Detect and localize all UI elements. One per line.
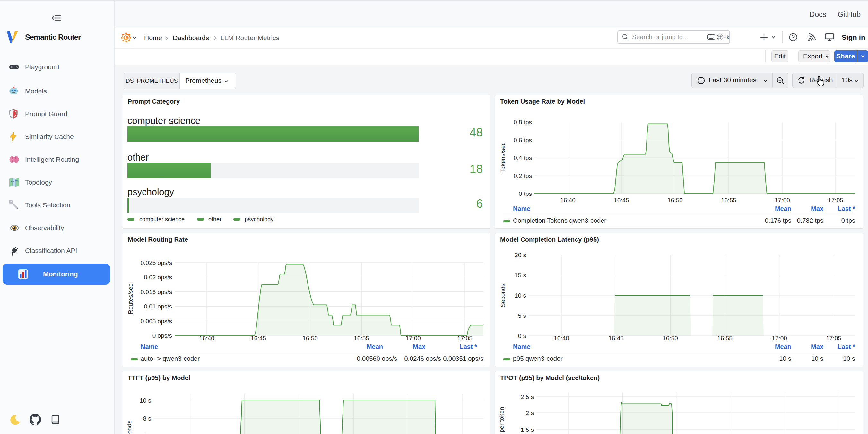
svg-text:0.025 ops/s: 0.025 ops/s xyxy=(141,259,172,266)
svg-text:0.01 ops/s: 0.01 ops/s xyxy=(144,303,172,310)
svg-text:16:55: 16:55 xyxy=(354,335,369,342)
svg-text:1.5 s: 1.5 s xyxy=(521,426,534,433)
svg-text:15 s: 15 s xyxy=(515,272,526,279)
svg-text:16:45: 16:45 xyxy=(608,335,624,342)
svg-text:6 s: 6 s xyxy=(143,432,151,434)
svg-text:17:00: 17:00 xyxy=(405,335,421,342)
svg-text:16:50: 16:50 xyxy=(302,335,318,342)
svg-text:17:05: 17:05 xyxy=(828,197,843,204)
svg-text:0.2 tps: 0.2 tps xyxy=(514,173,532,179)
svg-text:16:40: 16:40 xyxy=(199,335,214,342)
svg-text:0.6 tps: 0.6 tps xyxy=(514,137,532,144)
svg-text:16:55: 16:55 xyxy=(721,197,736,204)
svg-text:16:50: 16:50 xyxy=(662,335,678,342)
svg-text:16:45: 16:45 xyxy=(251,335,266,342)
svg-text:0.02 ops/s: 0.02 ops/s xyxy=(144,274,172,281)
svg-text:10 s: 10 s xyxy=(140,397,151,404)
svg-text:Seconds per token: Seconds per token xyxy=(498,407,505,434)
svg-text:Seconds: Seconds xyxy=(126,421,132,434)
svg-text:20 s: 20 s xyxy=(515,252,526,258)
svg-text:16:50: 16:50 xyxy=(668,197,683,204)
svg-text:0.015 ops/s: 0.015 ops/s xyxy=(141,288,172,295)
svg-text:0 ops/s: 0 ops/s xyxy=(153,332,172,339)
svg-text:Routes/sec: Routes/sec xyxy=(127,283,134,314)
svg-text:0.8 tps: 0.8 tps xyxy=(514,119,532,125)
svg-text:0.4 tps: 0.4 tps xyxy=(514,154,532,161)
svg-text:16:40: 16:40 xyxy=(554,335,569,342)
svg-text:10 s: 10 s xyxy=(515,292,526,299)
svg-text:8 s: 8 s xyxy=(143,415,151,422)
svg-text:2.5 s: 2.5 s xyxy=(521,394,534,400)
svg-text:2 s: 2 s xyxy=(526,410,534,416)
svg-text:5 s: 5 s xyxy=(518,312,526,319)
svg-text:17:00: 17:00 xyxy=(772,335,787,342)
svg-text:17:00: 17:00 xyxy=(775,197,790,204)
svg-text:Tokens/sec: Tokens/sec xyxy=(499,142,506,173)
svg-text:16:55: 16:55 xyxy=(717,335,733,342)
svg-text:0 s: 0 s xyxy=(518,333,526,339)
svg-text:16:45: 16:45 xyxy=(614,197,629,204)
svg-text:17:05: 17:05 xyxy=(457,335,472,342)
svg-text:0 tps: 0 tps xyxy=(519,190,532,197)
svg-text:16:40: 16:40 xyxy=(560,197,576,204)
svg-text:17:05: 17:05 xyxy=(826,335,841,342)
svg-text:Seconds: Seconds xyxy=(499,283,506,307)
svg-text:0.005 ops/s: 0.005 ops/s xyxy=(141,318,172,324)
